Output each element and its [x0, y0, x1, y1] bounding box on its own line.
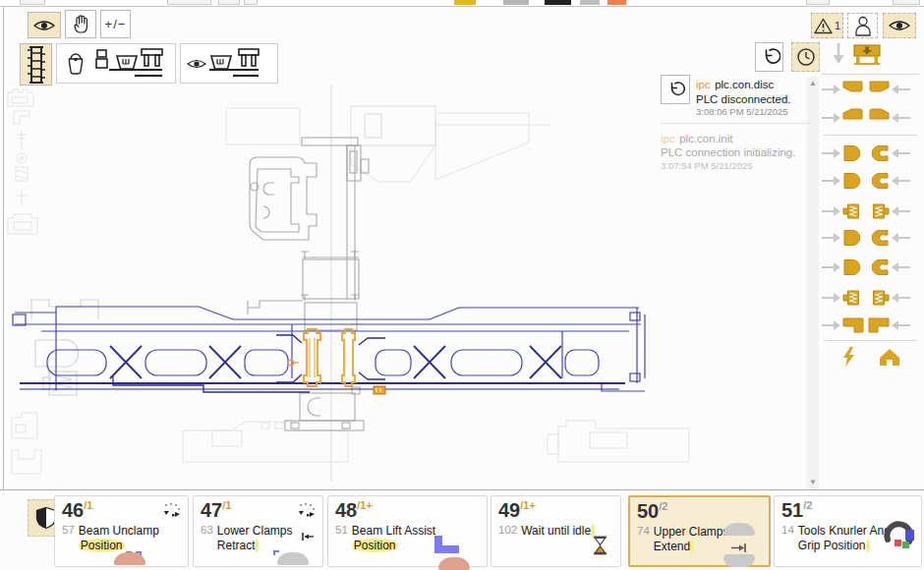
- scroll-up-icon[interactable]: ▲: [809, 79, 817, 87]
- arrow-right-icon: [822, 206, 840, 216]
- knurler-clamps-row-2[interactable]: [822, 287, 910, 309]
- cutoff-yellow: [454, 0, 476, 5]
- round-clamp-icon: [840, 142, 866, 164]
- arrow-left-icon: [892, 320, 910, 330]
- visible-stations-group[interactable]: [180, 43, 278, 84]
- notification-code: plc.con.disc: [715, 79, 774, 90]
- round-clamp-icon: [840, 256, 866, 278]
- operator-button[interactable]: [847, 13, 878, 38]
- notification-tag: ipc: [696, 79, 711, 90]
- arrow-right-icon: [822, 293, 840, 303]
- machine-silhouettes: [8, 89, 689, 474]
- zoom-toggle-label: +/−: [105, 17, 127, 31]
- step-suffix: /1: [84, 499, 92, 511]
- step-suffix: /1+: [357, 499, 373, 511]
- step-timeline-panel: 46/1 57 Beam Unclamp Position 47/1 63 Lo…: [0, 489, 924, 570]
- clamp-pad-icon: [723, 523, 755, 536]
- step-card-46[interactable]: 46/1 57 Beam Unclamp Position: [54, 495, 189, 567]
- clamp-down-table-icon: [851, 41, 883, 67]
- step-suffix: /2: [803, 499, 812, 511]
- lightning-icon[interactable]: [837, 346, 863, 368]
- down-arrow-icon: [832, 41, 845, 67]
- notification-message: PLC connection initializing.: [661, 146, 795, 159]
- eye-icon: [889, 19, 910, 32]
- cutoff-gray: [503, 0, 529, 5]
- clamp-down-control[interactable]: [832, 41, 883, 67]
- blue-mark-icon: [273, 550, 279, 555]
- extend-arrow-icon: [730, 542, 747, 553]
- knurler-grip-icon: [882, 518, 917, 551]
- round-clamp-icon: [866, 170, 892, 192]
- step-label: Wait until idle: [521, 524, 595, 539]
- center-profile: [248, 138, 369, 430]
- arrow-right-icon: [822, 176, 840, 186]
- arrow-left-icon: [892, 206, 910, 216]
- active-profile-highlight: [288, 329, 385, 394]
- arrow-right-icon: [822, 113, 840, 123]
- highlighted-word: [866, 539, 870, 552]
- retry-connection-button[interactable]: [661, 75, 690, 104]
- machine-stations-icon: [93, 48, 166, 80]
- round-clamps-row-3[interactable]: [822, 227, 910, 249]
- round-clamp-icon: [866, 256, 892, 278]
- visibility-button[interactable]: [883, 13, 916, 38]
- notification-message: PLC disconnected.: [696, 93, 791, 106]
- scroll-down-icon[interactable]: ▼: [809, 478, 817, 486]
- highlighted-word: Position: [79, 539, 125, 552]
- cutoff-box: [167, 0, 211, 5]
- eye-icon: [187, 58, 206, 70]
- hourglass-icon: [592, 536, 608, 555]
- divider: [822, 74, 919, 75]
- home-icon[interactable]: [877, 346, 902, 368]
- cutoff-black: [545, 0, 571, 5]
- square-clamps-row[interactable]: [822, 314, 910, 336]
- zoom-toggle-button[interactable]: +/−: [100, 10, 131, 38]
- knurler-clamp-icon: [866, 287, 892, 309]
- knurler-clamps-row-1[interactable]: [822, 200, 910, 222]
- step-card-49[interactable]: 49/1+ 102 Wait until idle: [491, 495, 621, 567]
- step-card-51[interactable]: 51/2 14 Tools Knurler And Grip Position: [774, 495, 922, 567]
- machine-elements-group[interactable]: [56, 43, 176, 84]
- window-left-border: [3, 7, 4, 570]
- step-suffix: /1: [222, 499, 231, 511]
- knurler-clamp-icon: [840, 200, 866, 222]
- notification-tag: ipc: [661, 133, 675, 144]
- machine-control-window: +/−: [0, 0, 924, 570]
- arrow-left-icon: [892, 233, 910, 243]
- corner-clamp-icon: [840, 107, 866, 129]
- square-clamp-icon: [840, 314, 866, 336]
- notification-code: plc.con.init: [679, 133, 732, 144]
- view-toggle-button[interactable]: [28, 12, 61, 38]
- step-card-48[interactable]: 48/1+ 51 Beam Lift Assist Position: [327, 495, 488, 567]
- power-home-row[interactable]: [837, 346, 902, 368]
- knurler-clamp-icon: [840, 287, 866, 309]
- step-number: 47: [201, 499, 222, 521]
- highlighted-word: [255, 539, 259, 552]
- top-cutoff-toolbar: [0, 0, 924, 7]
- lift-assist-icon: [434, 536, 459, 553]
- bucket-icon: [66, 50, 86, 77]
- clamp-pad-icon: [438, 557, 470, 570]
- pan-tool-button[interactable]: [65, 10, 96, 38]
- divider: [824, 135, 917, 136]
- round-clamps-row-4[interactable]: [822, 256, 910, 278]
- warnings-button[interactable]: 1: [811, 13, 843, 38]
- highlighted-word: Position: [352, 539, 398, 552]
- undo-arrow-icon: [665, 80, 685, 99]
- left-clamp-outlines: [31, 300, 98, 395]
- timer-button[interactable]: [791, 42, 820, 72]
- profile-view-button[interactable]: [20, 43, 52, 86]
- corner-clamp-icon: [866, 79, 892, 100]
- step-card-50-active[interactable]: 50/2 74 Upper Clamps Extend: [628, 495, 771, 567]
- reset-button[interactable]: [755, 42, 783, 72]
- round-clamp-icon: [840, 170, 866, 192]
- step-card-47[interactable]: 47/1 63 Lower Clamps Retract: [193, 495, 323, 567]
- round-clamps-row-2[interactable]: [822, 170, 910, 192]
- step-number: 51: [781, 499, 803, 521]
- notification-item: ipc plc.con.init PLC connection initiali…: [661, 129, 810, 171]
- corner-clamps-top-row[interactable]: [822, 79, 910, 100]
- step-substep: 102: [498, 524, 517, 539]
- round-clamps-row-1[interactable]: [822, 142, 910, 164]
- cutoff-box: [244, 0, 258, 5]
- corner-clamps-bottom-row[interactable]: [822, 107, 910, 129]
